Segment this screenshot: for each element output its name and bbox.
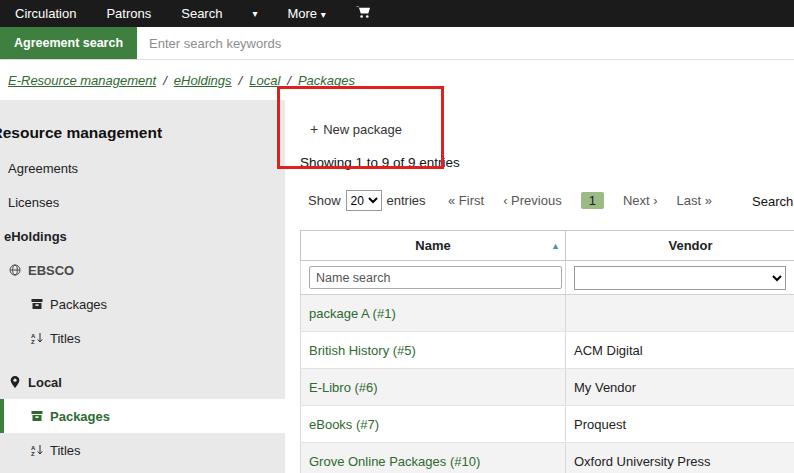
sidebar-item-agreements[interactable]: Agreements — [0, 151, 285, 185]
sidebar-item-label: Titles — [50, 331, 81, 346]
name-filter-input[interactable] — [309, 266, 562, 289]
table-search-label: Search: — [752, 194, 794, 209]
vendor-filter-select[interactable] — [574, 266, 786, 290]
sidebar-item-local[interactable]: Local — [0, 365, 285, 399]
agreement-search-tab[interactable]: Agreement search — [0, 27, 137, 59]
top-navbar: Circulation Patrons Search ▾ More ▾ — [0, 0, 794, 27]
sidebar-item-label: Licenses — [8, 195, 59, 210]
search-input[interactable] — [137, 27, 794, 59]
table-header-row: Name ▲ Vendor — [301, 231, 794, 261]
plus-icon: + — [310, 121, 318, 137]
new-package-label: New package — [323, 122, 402, 137]
pagination-previous[interactable]: ‹ Previous — [503, 193, 562, 208]
svg-text:Z: Z — [31, 339, 35, 344]
cart-button[interactable] — [341, 5, 386, 22]
table-row: eBooks (#7) Proquest — [301, 406, 794, 443]
nav-more-label: More — [287, 6, 317, 21]
search-dropdown-caret[interactable]: ▾ — [237, 0, 272, 27]
breadcrumb-separator: / — [287, 73, 291, 88]
show-label: Show — [308, 193, 341, 208]
sort-asc-icon: ▲ — [551, 241, 560, 251]
column-header-label: Name — [415, 238, 450, 253]
sidebar-item-eholdings[interactable]: eHoldings — [0, 219, 285, 253]
breadcrumb-eresource-management[interactable]: E-Resource management — [8, 73, 156, 88]
svg-text:Z: Z — [31, 451, 35, 456]
search-bar: Agreement search — [0, 27, 794, 60]
column-header-name[interactable]: Name ▲ — [301, 231, 566, 261]
showing-entries-text: Showing 1 to 9 of 9 entries — [300, 155, 460, 170]
entries-label: entries — [387, 193, 426, 208]
sidebar-item-licenses[interactable]: Licenses — [0, 185, 285, 219]
pagination-last[interactable]: Last » — [677, 193, 712, 208]
pagination-first[interactable]: « First — [448, 193, 484, 208]
sidebar-item-label: EBSCO — [28, 263, 74, 278]
vendor-value: ACM Digital — [566, 332, 794, 369]
sidebar: E-Resource management Agreements License… — [0, 100, 285, 473]
breadcrumb-separator: / — [163, 73, 167, 88]
pagination-current-page[interactable]: 1 — [581, 192, 604, 209]
package-name-link[interactable]: British History (#5) — [301, 332, 566, 369]
table-row: E-Libro (#6) My Vendor — [301, 369, 794, 406]
breadcrumb: E-Resource management / eHoldings / Loca… — [0, 60, 794, 100]
nav-patrons[interactable]: Patrons — [91, 0, 166, 27]
sidebar-heading: E-Resource management — [0, 124, 285, 142]
pagination-next[interactable]: Next › — [623, 193, 658, 208]
map-pin-icon — [8, 376, 21, 388]
main-content: +New package Showing 1 to 9 of 9 entries… — [285, 100, 794, 473]
package-name-link[interactable]: eBooks (#7) — [301, 406, 566, 443]
name-filter-cell — [301, 261, 566, 295]
sidebar-item-label: Agreements — [8, 161, 78, 176]
archive-icon — [30, 298, 43, 310]
sidebar-item-ebsco[interactable]: EBSCO — [0, 253, 285, 287]
vendor-value: Proquest — [566, 406, 794, 443]
svg-text:A: A — [31, 333, 36, 339]
svg-text:A: A — [31, 445, 36, 451]
sidebar-item-label: Local — [28, 375, 62, 390]
shopping-cart-icon — [356, 5, 371, 22]
package-name-link[interactable]: E-Libro (#6) — [301, 369, 566, 406]
table-row: Grove Online Packages (#10) Oxford Unive… — [301, 443, 794, 473]
pagination: « First ‹ Previous 1 Next › Last » — [448, 192, 712, 209]
sidebar-item-local-packages[interactable]: Packages — [0, 399, 285, 433]
new-package-button[interactable]: +New package — [310, 121, 402, 137]
breadcrumb-separator: / — [239, 73, 243, 88]
table-row: British History (#5) ACM Digital — [301, 332, 794, 369]
vendor-value — [566, 295, 794, 332]
breadcrumb-packages[interactable]: Packages — [298, 73, 355, 88]
sidebar-item-ebsco-packages[interactable]: Packages — [0, 287, 285, 321]
table-filter-row — [301, 261, 794, 295]
sidebar-item-ebsco-titles[interactable]: AZ Titles — [0, 321, 285, 355]
sidebar-item-local-titles[interactable]: AZ Titles — [0, 433, 285, 467]
table-controls: Show 20 entries « First ‹ Previous 1 Nex… — [300, 190, 794, 214]
vendor-filter-cell — [566, 261, 794, 295]
archive-icon — [30, 410, 43, 422]
column-header-vendor[interactable]: Vendor — [566, 231, 794, 261]
koha-eholdings-page: Circulation Patrons Search ▾ More ▾ Agre… — [0, 0, 794, 473]
sort-alpha-icon: AZ — [30, 332, 43, 344]
nav-more[interactable]: More ▾ — [272, 0, 340, 28]
globe-icon — [8, 264, 21, 276]
package-name-link[interactable]: package A (#1) — [301, 295, 566, 332]
vendor-value: My Vendor — [566, 369, 794, 406]
sidebar-item-label: Packages — [50, 409, 110, 424]
sidebar-item-label: eHoldings — [4, 229, 67, 244]
table-row: package A (#1) — [301, 295, 794, 332]
nav-circulation[interactable]: Circulation — [0, 0, 91, 27]
page-size-select[interactable]: 20 — [346, 190, 382, 211]
package-name-link[interactable]: Grove Online Packages (#10) — [301, 443, 566, 473]
page-size-control: Show 20 entries — [308, 190, 426, 211]
sidebar-item-label: Titles — [50, 443, 81, 458]
vendor-value: Oxford University Press — [566, 443, 794, 473]
packages-table: Name ▲ Vendor — [300, 230, 794, 473]
packages-table-wrap: Name ▲ Vendor — [300, 230, 794, 473]
column-header-label: Vendor — [668, 238, 712, 253]
table-search-control: Search: — [752, 190, 794, 212]
breadcrumb-local[interactable]: Local — [249, 73, 280, 88]
sort-alpha-icon: AZ — [30, 444, 43, 456]
breadcrumb-eholdings[interactable]: eHoldings — [174, 73, 232, 88]
sidebar-item-label: Packages — [50, 297, 107, 312]
chevron-down-icon: ▾ — [321, 9, 326, 20]
nav-search[interactable]: Search — [166, 0, 237, 27]
